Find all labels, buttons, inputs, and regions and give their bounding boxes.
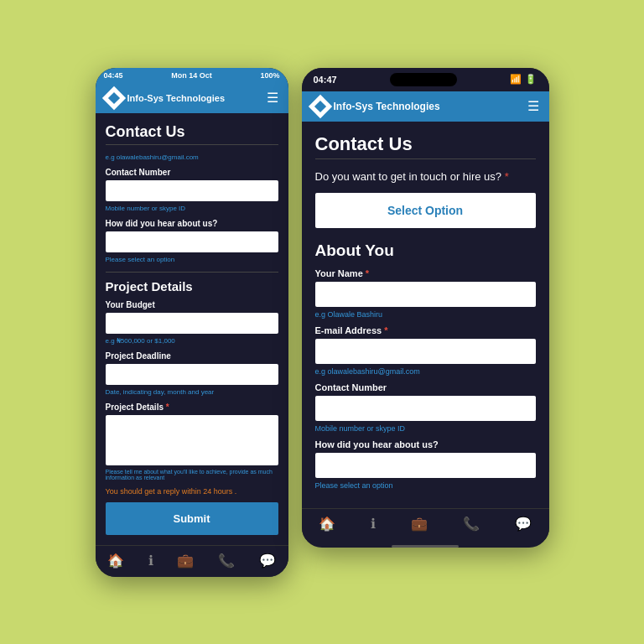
- left-reply-note: You should get a reply within 24 hours .: [106, 487, 278, 496]
- right-email-hint: e.g olawalebashiru@gmail.com: [315, 367, 536, 376]
- right-name-required-mark: *: [366, 268, 369, 278]
- left-battery: 100%: [260, 71, 279, 80]
- dynamic-island: [390, 73, 457, 86]
- left-app-header: Info-Sys Technologies ☰: [96, 83, 288, 113]
- right-contact-group: Contact Number Mobile number or skype ID: [315, 382, 536, 433]
- left-nav-work[interactable]: 💼: [177, 553, 194, 569]
- left-phone: 04:45 Mon 14 Oct 100% Info-Sys Technolog…: [96, 68, 288, 577]
- right-menu-button[interactable]: ☰: [527, 98, 539, 114]
- left-submit-button[interactable]: Submit: [106, 502, 278, 535]
- right-contact-question-required: *: [505, 170, 509, 183]
- right-hear-hint: Please select an option: [315, 481, 536, 490]
- left-hear-group: How did you hear about us? Please select…: [106, 219, 278, 263]
- left-bottom-nav: 🏠 ℹ 💼 📞 💬: [96, 545, 288, 577]
- left-menu-button[interactable]: ☰: [267, 90, 278, 106]
- right-hear-input[interactable]: [315, 453, 536, 478]
- right-about-title: About You: [315, 242, 536, 260]
- right-logo-diamond-icon: [308, 94, 331, 117]
- left-hear-hint: Please select an option: [106, 256, 278, 263]
- battery-icon: 🔋: [525, 74, 537, 85]
- left-hear-label: How did you hear about us?: [106, 219, 278, 228]
- right-select-option-button[interactable]: Select Option: [315, 193, 536, 228]
- left-budget-group: Your Budget e.g ₦500,000 or $1,000: [106, 300, 278, 345]
- right-app-header: Info-Sys Technologies ☰: [302, 91, 549, 122]
- left-logo-text: Info-Sys Technologies: [127, 93, 226, 103]
- right-logo-diamond-inner: [314, 100, 325, 112]
- left-details-required-mark: *: [166, 402, 169, 412]
- right-nav-home[interactable]: 🏠: [319, 516, 335, 532]
- left-content: Contact Us e.g olawalebashiru@gmail.com …: [96, 113, 288, 545]
- right-hear-group: How did you hear about us? Please select…: [315, 439, 536, 490]
- right-status-icons: 📶 🔋: [510, 74, 537, 85]
- wifi-icon: 📶: [510, 74, 522, 85]
- right-name-hint: e.g Olawale Bashiru: [315, 310, 536, 319]
- left-contact-number-group: Contact Number Mobile number or skype ID: [106, 168, 278, 212]
- right-contact-label: Contact Number: [315, 382, 536, 392]
- left-details-group: Project Details * Please tell me about w…: [106, 402, 278, 480]
- right-contact-question: Do you want to get in touch or hire us? …: [315, 169, 536, 184]
- left-budget-hint: e.g ₦500,000 or $1,000: [106, 337, 278, 345]
- left-deadline-input[interactable]: [106, 364, 278, 385]
- right-email-required-mark: *: [384, 325, 387, 335]
- left-details-label: Project Details *: [106, 402, 278, 412]
- right-phone: 04:47 📶 🔋 Info-Sys Technologies ☰ Contac…: [302, 68, 549, 548]
- home-indicator: [392, 545, 459, 548]
- left-contact-input[interactable]: [106, 180, 278, 201]
- left-contact-hint: Mobile number or skype ID: [106, 205, 278, 212]
- right-hear-label: How did you hear about us?: [315, 439, 536, 449]
- left-date: Mon 14 Oct: [171, 71, 212, 80]
- left-time: 04:45: [104, 71, 123, 80]
- right-nav-info[interactable]: ℹ: [371, 516, 376, 532]
- left-budget-input[interactable]: [106, 313, 278, 334]
- right-name-input[interactable]: [315, 282, 536, 307]
- logo-diamond-inner: [107, 91, 119, 103]
- left-nav-info[interactable]: ℹ: [148, 553, 153, 569]
- left-logo: Info-Sys Technologies: [106, 90, 226, 106]
- left-details-textarea[interactable]: [106, 415, 278, 465]
- right-name-group: Your Name * e.g Olawale Bashiru: [315, 268, 536, 319]
- right-email-input[interactable]: [315, 339, 536, 364]
- left-nav-phone[interactable]: 📞: [218, 553, 235, 569]
- right-contact-input[interactable]: [315, 396, 536, 421]
- left-email-hint: e.g olawalebashiru@gmail.com: [106, 153, 278, 161]
- right-email-group: E-mail Address * e.g olawalebashiru@gmai…: [315, 325, 536, 376]
- right-email-label: E-mail Address *: [315, 325, 536, 335]
- right-logo: Info-Sys Technologies: [312, 98, 440, 115]
- right-nav-chat[interactable]: 💬: [515, 516, 532, 532]
- left-status-bar: 04:45 Mon 14 Oct 100%: [96, 68, 288, 83]
- left-details-hint: Please tell me about what you'll like to…: [106, 469, 278, 480]
- right-nav-phone[interactable]: 📞: [463, 516, 480, 532]
- left-deadline-hint: Date, indicating day, month and year: [106, 388, 278, 396]
- left-contact-label: Contact Number: [106, 168, 278, 177]
- right-page-title: Contact Us: [315, 133, 536, 159]
- right-content: Contact Us Do you want to get in touch o…: [302, 122, 549, 508]
- left-deadline-group: Project Deadline Date, indicating day, m…: [106, 351, 278, 396]
- left-nav-chat[interactable]: 💬: [259, 553, 276, 569]
- logo-diamond-icon: [101, 86, 125, 109]
- left-budget-label: Your Budget: [106, 300, 278, 309]
- right-time: 04:47: [314, 75, 337, 85]
- right-status-bar: 04:47 📶 🔋: [302, 68, 549, 91]
- right-name-label: Your Name *: [315, 268, 536, 278]
- left-project-title: Project Details: [106, 272, 278, 293]
- right-bottom-nav: 🏠 ℹ 💼 📞 💬: [302, 508, 549, 540]
- right-contact-hint: Mobile number or skype ID: [315, 424, 536, 433]
- right-logo-text: Info-Sys Technologies: [334, 101, 440, 112]
- left-deadline-label: Project Deadline: [106, 351, 278, 361]
- left-hear-input[interactable]: [106, 231, 278, 252]
- left-nav-home[interactable]: 🏠: [107, 553, 124, 569]
- left-page-title: Contact Us: [106, 123, 278, 145]
- right-nav-work[interactable]: 💼: [411, 516, 428, 532]
